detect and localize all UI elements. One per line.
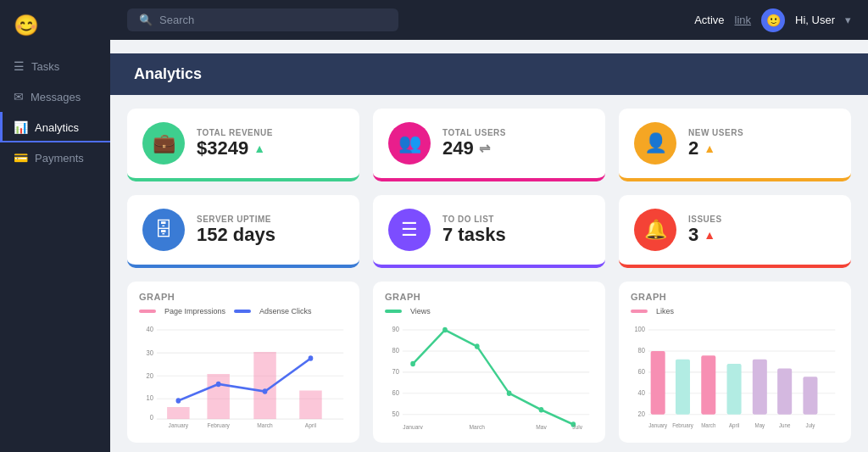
todo-label: TO DO LIST <box>442 215 506 224</box>
svg-text:40: 40 <box>638 388 646 397</box>
svg-rect-58 <box>803 377 817 414</box>
graphs-row: GRAPH Page Impressions Adsense Clicks 40… <box>127 282 851 443</box>
todo-text: TO DO LIST 7 tasks <box>442 215 506 246</box>
sidebar-label-messages: Messages <box>31 91 81 103</box>
graph-title-2: GRAPH <box>385 292 593 302</box>
graph-svg-2: 90 80 70 60 50 <box>385 319 593 429</box>
svg-text:0: 0 <box>150 414 154 422</box>
header: 🔍 Active link 🙂 Hi, User ▾ <box>110 0 868 40</box>
svg-point-14 <box>176 398 181 404</box>
stat-card-revenue: 💼 TOTAL REVENUE $3249 ▲ <box>127 109 359 181</box>
sidebar-item-messages[interactable]: ✉ Messages <box>0 81 110 112</box>
graph-legend-1: Page Impressions Adsense Clicks <box>139 307 348 315</box>
svg-point-33 <box>442 327 448 333</box>
graph-title-1: GRAPH <box>139 292 348 302</box>
users-icon: 👥 <box>388 122 431 165</box>
svg-text:60: 60 <box>638 368 646 377</box>
svg-text:50: 50 <box>392 410 400 418</box>
svg-text:January: January <box>403 424 423 429</box>
svg-text:70: 70 <box>392 368 400 377</box>
sidebar: 😊 ☰ Tasks ✉ Messages 📊 Analytics 💳 Payme… <box>0 0 110 452</box>
sidebar-label-tasks: Tasks <box>31 60 59 73</box>
graph-card-1: GRAPH Page Impressions Adsense Clicks 40… <box>127 282 359 443</box>
new-users-value: 2 ▲ <box>688 137 743 159</box>
svg-text:10: 10 <box>147 394 154 403</box>
revenue-label: TOTAL REVENUE <box>197 128 273 137</box>
user-name: Hi, User <box>795 14 835 26</box>
new-users-icon: 👤 <box>634 122 676 165</box>
page-title: Analytics <box>110 53 868 95</box>
svg-text:April: April <box>305 421 317 429</box>
stat-card-issues: 🔔 ISSUES 3 ▲ <box>619 195 851 268</box>
new-users-label: NEW USERS <box>688 128 743 137</box>
sidebar-item-tasks[interactable]: ☰ Tasks <box>0 51 110 81</box>
uptime-label: SERVER UPTIME <box>197 215 275 224</box>
svg-text:March: March <box>257 421 272 429</box>
svg-point-17 <box>309 355 314 361</box>
svg-rect-53 <box>676 360 690 415</box>
users-value: 249 ⇌ <box>442 137 506 159</box>
graph-svg-3: 100 80 60 40 20 <box>631 319 839 429</box>
svg-text:May: May <box>536 424 547 429</box>
svg-point-32 <box>410 361 415 367</box>
svg-text:40: 40 <box>147 326 154 334</box>
svg-point-34 <box>475 343 480 349</box>
sidebar-item-payments[interactable]: 💳 Payments <box>0 142 110 173</box>
svg-text:January: January <box>648 421 668 429</box>
analytics-icon: 📊 <box>14 120 28 134</box>
svg-text:March: March <box>470 424 485 429</box>
svg-rect-52 <box>651 351 665 415</box>
main-wrapper: 🔍 Active link 🙂 Hi, User ▾ Analytics 💼 T… <box>110 0 868 452</box>
svg-rect-57 <box>777 369 792 415</box>
graph-title-3: GRAPH <box>631 292 839 302</box>
svg-text:80: 80 <box>638 347 646 355</box>
search-bar[interactable]: 🔍 <box>127 8 398 31</box>
svg-text:July: July <box>805 421 815 429</box>
svg-text:20: 20 <box>147 372 154 381</box>
header-right: Active link 🙂 Hi, User ▾ <box>694 8 851 32</box>
main-content: Analytics 💼 TOTAL REVENUE $3249 ▲ 👥 TOTA… <box>110 40 868 452</box>
svg-point-16 <box>263 388 268 394</box>
issues-label: ISSUES <box>688 215 722 224</box>
svg-text:March: March <box>701 421 715 427</box>
svg-text:February: February <box>672 421 693 429</box>
stat-cards-row-1: 💼 TOTAL REVENUE $3249 ▲ 👥 TOTAL USERS 24… <box>127 109 851 181</box>
search-input[interactable] <box>159 14 387 26</box>
svg-rect-55 <box>727 364 742 415</box>
revenue-text: TOTAL REVENUE $3249 ▲ <box>197 128 273 159</box>
sidebar-item-analytics[interactable]: 📊 Analytics <box>0 112 110 142</box>
graph-svg-1: 40 30 20 10 0 <box>139 319 348 429</box>
issues-value: 3 ▲ <box>688 224 722 246</box>
users-text: TOTAL USERS 249 ⇌ <box>442 128 506 159</box>
svg-text:100: 100 <box>634 326 645 334</box>
revenue-arrow: ▲ <box>253 142 265 155</box>
revenue-value: $3249 ▲ <box>197 137 273 159</box>
messages-icon: ✉ <box>14 90 24 103</box>
revenue-icon: 💼 <box>142 122 185 165</box>
uptime-icon: 🗄 <box>142 209 185 251</box>
svg-text:60: 60 <box>392 388 400 397</box>
avatar: 🙂 <box>761 8 785 32</box>
stat-card-new-users: 👤 NEW USERS 2 ▲ <box>619 109 851 181</box>
todo-value: 7 tasks <box>442 224 506 246</box>
issues-icon: 🔔 <box>634 209 676 251</box>
svg-point-36 <box>539 407 544 413</box>
svg-rect-10 <box>167 407 189 419</box>
uptime-value: 152 days <box>197 224 275 246</box>
sidebar-label-payments: Payments <box>35 152 84 165</box>
graph-card-2: GRAPH Views 90 80 70 60 50 <box>373 282 605 443</box>
svg-rect-11 <box>207 374 229 419</box>
sidebar-label-analytics: Analytics <box>35 121 79 134</box>
new-users-arrow: ▲ <box>704 142 715 155</box>
header-link[interactable]: link <box>735 14 752 26</box>
svg-text:30: 30 <box>147 349 154 358</box>
uptime-text: SERVER UPTIME 152 days <box>197 215 275 246</box>
users-swap-icon: ⇌ <box>479 140 490 156</box>
issues-text: ISSUES 3 ▲ <box>688 215 722 246</box>
status-badge: Active <box>694 14 724 26</box>
graph-legend-3: Likes <box>631 307 839 315</box>
issues-arrow: ▲ <box>704 228 715 242</box>
svg-rect-54 <box>701 355 715 414</box>
svg-text:May: May <box>755 421 765 429</box>
svg-text:July: July <box>572 424 582 429</box>
